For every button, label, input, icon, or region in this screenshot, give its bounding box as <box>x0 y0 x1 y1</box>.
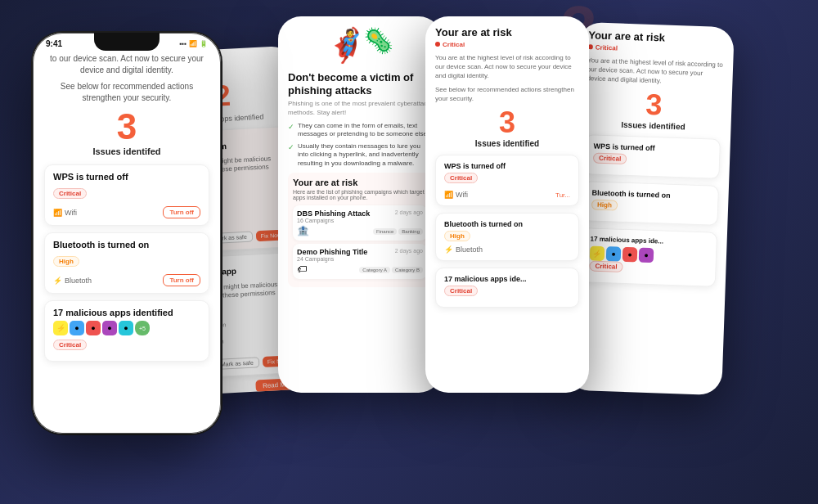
dbs-logo: 🏦 <box>297 225 309 236</box>
risk-wps-card: WPS is turned off Critical 📶 Wifi Tur... <box>435 155 579 206</box>
risk-recommendation: See below for recommended actions streng… <box>435 85 579 103</box>
dbs-phish-item: DBS Phishing Attack 16 Campaigns 2 days … <box>293 205 427 241</box>
risk-bt-title: Bluetooth is turned on <box>444 220 570 228</box>
dup-app-3: ● <box>622 247 638 263</box>
bluetooth-turn-off-button[interactable]: Turn off <box>163 274 200 286</box>
demo-campaigns: 24 Campaigns <box>297 256 367 262</box>
wps-title: WPS is turned off <box>53 172 200 182</box>
bluetooth-issue-card: Bluetooth is turned on High ⚡ Bluetoth T… <box>44 232 209 294</box>
phishing-title: Don't become a victim of phishing attack… <box>288 71 432 97</box>
dbs-date: 2 days ago <box>395 209 423 215</box>
risk-bt-card: Bluetooth is turned on High ⚡ Bluetoth <box>435 213 579 261</box>
risk-apps-card: 17 malicious apps ide... Critical <box>435 268 579 308</box>
dup-bt-card: Bluetooth is turned on High <box>582 181 719 226</box>
check-item-1: ✓ They can come in the form of emails, t… <box>288 122 432 139</box>
wifi-icon-risk: 📶 <box>444 191 453 199</box>
phishing-illustration: 🦸 🦠 <box>288 26 432 65</box>
intro-text-1: to our device scan. Act now to secure yo… <box>44 53 209 76</box>
dup-app-4: ● <box>639 248 654 263</box>
dup-wps-card: WPS is turned off Critical <box>583 134 721 179</box>
risk-wps-action: Tur... <box>555 191 570 199</box>
risk-wps-row: 📶 Wifi Tur... <box>444 191 570 199</box>
risk-screen-content: Your are at risk Critical You are at the… <box>425 16 589 393</box>
bg-phone-duplicate: Your are at risk Critical You are at the… <box>566 22 735 395</box>
demo-tag-2: Category B <box>392 267 423 273</box>
check-item-2: ✓ Usually they contain messages to lure … <box>288 142 432 168</box>
dup-app-1: ⚡ <box>590 246 605 262</box>
app-icon-4: ● <box>102 321 117 335</box>
malicious-apps-card: 17 malicious apps identified ⚡ ● ● ● ● +… <box>44 300 209 362</box>
dbs-tag-1: Finance <box>373 228 397 235</box>
status-icons: ▪▪▪ 📶 🔋 <box>179 40 208 47</box>
app-icon-5: ● <box>119 321 133 335</box>
phishing-risk-title: Your are at risk <box>293 178 427 187</box>
dup-bt-badge: High <box>591 200 618 211</box>
risk-header-title: Your are at risk <box>435 26 579 38</box>
battery-icon: 🔋 <box>200 40 208 47</box>
risk-bt-badge: High <box>444 231 470 241</box>
dup-issues-count: 3 <box>586 88 722 122</box>
bg-phone-risk: Your are at risk Critical You are at the… <box>425 16 589 393</box>
signal-icon: ▪▪▪ <box>179 40 187 47</box>
wifi-icon: 📶 <box>189 40 197 47</box>
dbs-left: DBS Phishing Attack 16 Campaigns <box>297 209 370 223</box>
dbs-bottom: 🏦 Finance Banking <box>297 225 423 236</box>
app-icon-more: +5 <box>135 321 150 335</box>
wps-turn-off-button[interactable]: Turn off <box>163 206 200 218</box>
risk-critical-badge: Critical <box>435 41 465 48</box>
risk-issues-label: Issues identified <box>435 139 579 148</box>
demo-tag-1: Category A <box>359 267 390 273</box>
dup-apps-badge: Critical <box>589 261 623 272</box>
dup-apps-card: 17 malicious apps ide... ⚡ ● ● ● Critica… <box>580 227 717 287</box>
issues-count: 3 <box>44 109 209 145</box>
apps-icons-row: ⚡ ● ● ● ● +5 <box>53 321 200 335</box>
check-mark-1: ✓ <box>288 123 294 139</box>
risk-wps-title: WPS is turned off <box>444 162 570 170</box>
risk-wps-sub: 📶 Wifi <box>444 191 468 199</box>
phone-notch <box>94 33 160 51</box>
wps-action-row: 📶 Wifi Turn off <box>53 206 200 218</box>
demo-left: Demo Phishing Title 24 Campaigns <box>297 248 367 262</box>
risk-bt-sub: ⚡ Bluetoth <box>444 245 570 254</box>
whatsapp-safe-button[interactable]: Mark as safe <box>214 357 259 370</box>
malicious-apps-severity-badge: Critical <box>53 340 87 350</box>
wps-issue-card: WPS is turned off Critical 📶 Wifi Turn o… <box>44 164 209 226</box>
dup-wps-badge: Critical <box>593 153 627 164</box>
risk-apps-badge: Critical <box>444 286 478 296</box>
demo-phish-item: Demo Phishing Title 24 Campaigns 2 days … <box>293 244 427 279</box>
app-icon-3: ● <box>86 321 101 335</box>
issues-label: Issues identifed <box>44 146 209 156</box>
phishing-risk-section: Your are at risk Here are the list of ph… <box>288 173 432 287</box>
phone-main-content: to our device scan. Act now to secure yo… <box>33 50 221 425</box>
demo-header: Demo Phishing Title 24 Campaigns 2 days … <box>297 248 423 262</box>
bluetooth-action-row: ⚡ Bluetoth Turn off <box>53 274 200 286</box>
intro-text-2: See below for recommended actions streng… <box>44 81 209 104</box>
dup-app-2: ● <box>606 246 622 262</box>
dbs-tags: Finance Banking <box>373 228 423 235</box>
app-icon-2: ● <box>70 321 84 335</box>
duplicate-screen-content: Your are at risk Critical You are at the… <box>566 22 735 395</box>
check-mark-2: ✓ <box>288 143 294 168</box>
dup-body-text: You are at the highest level of risk acc… <box>587 56 723 88</box>
dbs-header: DBS Phishing Attack 16 Campaigns 2 days … <box>297 209 423 223</box>
wps-sub: 📶 Wifi <box>53 209 77 217</box>
critical-red-dot <box>435 42 440 47</box>
demo-bottom: 🏷 Category A Category B <box>297 263 423 275</box>
time-display: 9:41 <box>46 39 62 48</box>
virus-character: 🦠 <box>363 26 393 65</box>
phishing-risk-sub: Here are the list of phishing campaigns … <box>293 189 427 200</box>
dbs-tag-2: Banking <box>398 228 423 235</box>
wifi-icon-small: 📶 <box>53 209 62 217</box>
phishing-character: 🦸 <box>326 26 367 65</box>
risk-apps-title: 17 malicious apps ide... <box>444 275 570 283</box>
bluetooth-title: Bluetooth is turned on <box>53 240 200 250</box>
bluetooth-severity-badge: High <box>53 256 79 267</box>
demo-logo: 🏷 <box>297 263 307 275</box>
demo-date: 2 days ago <box>395 248 423 254</box>
malicious-apps-title: 17 malicious apps identified <box>53 308 200 317</box>
phishing-subtitle: Phishing is one of the most prevalent cy… <box>288 100 432 117</box>
demo-title: Demo Phishing Title <box>297 248 367 256</box>
bluetooth-sub: ⚡ Bluetoth <box>53 277 92 285</box>
main-phone: 9:41 ▪▪▪ 📶 🔋 to our device scan. Act now… <box>33 33 221 434</box>
demo-tags: Category A Category B <box>359 267 423 273</box>
